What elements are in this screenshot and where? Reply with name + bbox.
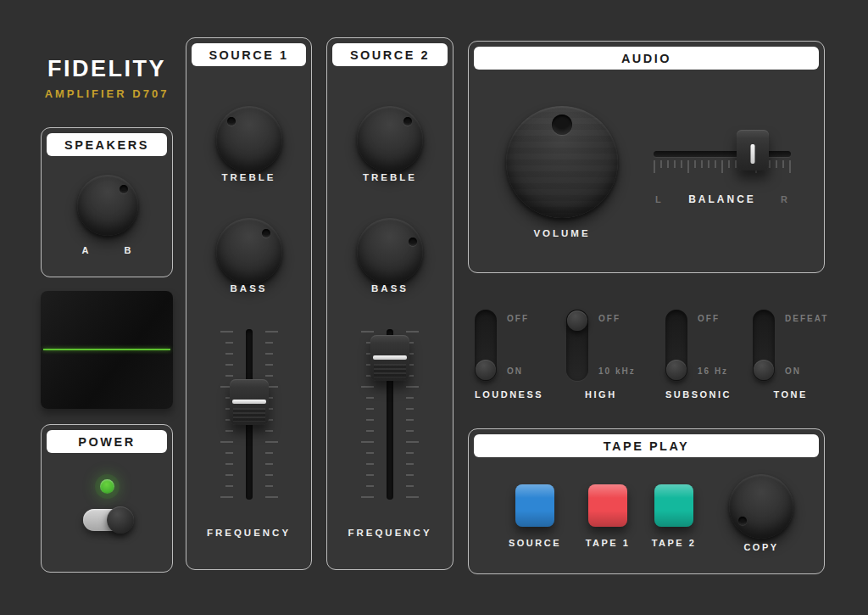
tape2-label: TAPE 2 [627, 538, 721, 548]
loudness-switch-knob[interactable] [476, 360, 496, 380]
source2-frequency-slider [351, 329, 429, 500]
loudness-switch-group: OFF ON LOUDNESS [475, 310, 543, 400]
speakers-select-knob[interactable] [77, 175, 138, 236]
source2-frequency-label: FREQUENCY [327, 528, 453, 538]
subsonic-switch-knob[interactable] [666, 360, 687, 380]
subsonic-label: SUBSONIC [665, 389, 732, 400]
tone-switch[interactable] [753, 310, 775, 381]
power-toggle[interactable] [83, 509, 131, 531]
source1-frequency-slider [210, 329, 288, 500]
subsonic-switch-group: OFF 16 Hz SUBSONIC [665, 310, 732, 400]
tape-play-panel: TAPE PLAY SOURCE TAPE 1 TAPE 2 COPY [468, 428, 825, 574]
power-panel: POWER [41, 424, 173, 573]
knob-indicator-dot [227, 117, 236, 126]
high-bottom-label: 10 kHz [598, 366, 636, 376]
fader-handle-line [373, 355, 407, 360]
volume-knob[interactable] [506, 106, 618, 218]
brand-model: AMPLIFIER D707 [41, 87, 173, 100]
speaker-a-label: A [77, 245, 94, 255]
knob-indicator-dot [403, 117, 412, 126]
balance-right-label: R [781, 194, 789, 204]
balance-slider: L BALANCE R [654, 143, 791, 211]
audio-panel: AUDIO VOLUME L BALANCE R [468, 41, 825, 273]
source1-panel-title: SOURCE 1 [192, 43, 306, 66]
brand-logo: FIDELITY AMPLIFIER D707 [41, 56, 173, 100]
source2-treble-knob[interactable] [357, 106, 423, 172]
brand-name: FIDELITY [41, 56, 173, 82]
high-filter-switch[interactable] [566, 310, 588, 381]
tape-source-button[interactable] [515, 484, 554, 527]
display-screen [41, 291, 173, 409]
power-panel-title: POWER [47, 430, 167, 453]
balance-label: BALANCE [654, 193, 791, 205]
speakers-panel-title: SPEAKERS [47, 133, 167, 156]
tone-bottom-label: ON [785, 366, 828, 376]
tape2-button[interactable] [654, 484, 693, 527]
source1-bass-label: BASS [186, 283, 311, 294]
balance-slider-handle[interactable] [737, 130, 769, 171]
loudness-bottom-label: ON [507, 366, 529, 376]
copy-label: COPY [715, 542, 808, 552]
loudness-top-label: OFF [507, 314, 529, 323]
fader-handle-line [232, 400, 266, 404]
knob-indicator-dot [120, 185, 128, 193]
loudness-label: LOUDNESS [475, 389, 543, 400]
audio-panel-title: AUDIO [474, 47, 819, 70]
balance-slider-track[interactable] [654, 151, 791, 157]
speakers-panel: SPEAKERS A B [41, 127, 173, 277]
power-led [100, 479, 114, 494]
balance-tick-scale [654, 160, 791, 174]
tone-top-label: DEFEAT [785, 314, 828, 323]
source2-panel: SOURCE 2 TREBLE BASS FREQUENCY [326, 37, 453, 570]
speaker-b-label: B [120, 245, 136, 255]
subsonic-top-label: OFF [698, 314, 728, 323]
source2-bass-knob[interactable] [357, 218, 423, 284]
source2-treble-label: TREBLE [327, 172, 453, 182]
copy-knob[interactable] [729, 474, 793, 539]
high-filter-switch-group: OFF 10 kHz HIGH [566, 310, 636, 400]
knob-indicator-dot [409, 238, 417, 246]
amplifier-faceplate: FIDELITY AMPLIFIER D707 SPEAKERS A B POW… [0, 0, 868, 615]
source1-panel: SOURCE 1 TREBLE BASS FREQUENCY [186, 37, 312, 570]
high-filter-switch-knob[interactable] [567, 310, 587, 331]
knob-indicator-dot [738, 517, 747, 525]
source2-frequency-slider-handle[interactable] [370, 335, 409, 381]
balance-handle-line [750, 144, 754, 164]
source1-frequency-label: FREQUENCY [186, 528, 311, 538]
knob-indicator-dot [262, 229, 270, 238]
subsonic-switch[interactable] [665, 310, 687, 381]
source1-treble-label: TREBLE [186, 172, 311, 182]
subsonic-bottom-label: 16 Hz [698, 366, 728, 376]
tone-label: TONE [753, 389, 828, 400]
high-filter-label: HIGH [566, 389, 636, 400]
loudness-switch[interactable] [475, 310, 497, 381]
power-toggle-knob[interactable] [107, 506, 134, 534]
high-top-label: OFF [598, 314, 636, 323]
volume-label: VOLUME [506, 228, 618, 238]
screen-trace-line [43, 349, 170, 350]
source1-frequency-slider-handle[interactable] [230, 379, 269, 425]
source2-bass-label: BASS [327, 283, 453, 294]
knob-indicator-dot [552, 115, 572, 135]
tape1-button[interactable] [588, 484, 627, 527]
tape-play-panel-title: TAPE PLAY [474, 434, 819, 457]
source2-panel-title: SOURCE 2 [332, 43, 448, 66]
source1-bass-knob[interactable] [216, 218, 282, 284]
source1-treble-knob[interactable] [216, 106, 282, 172]
tone-switch-knob[interactable] [754, 360, 774, 380]
tone-switch-group: DEFEAT ON TONE [753, 310, 828, 400]
